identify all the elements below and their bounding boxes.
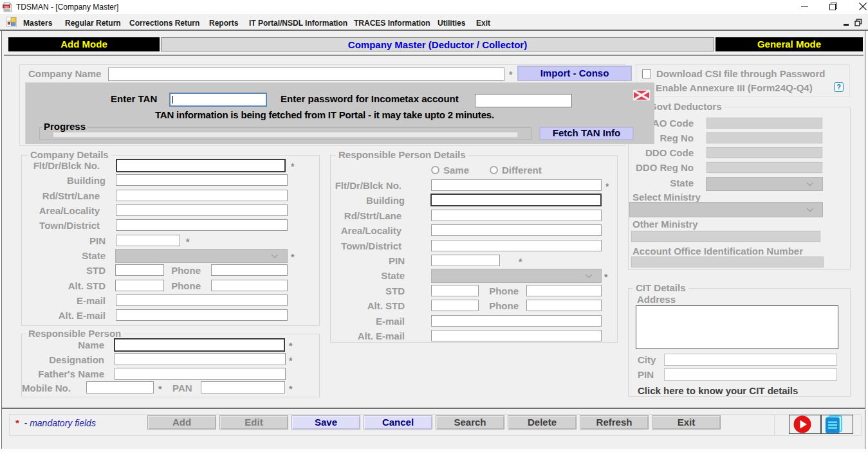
svg-text:TDS: TDS bbox=[4, 6, 9, 8]
